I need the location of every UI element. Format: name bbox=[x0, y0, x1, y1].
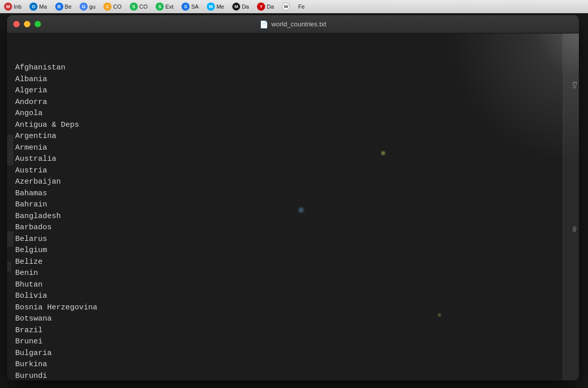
list-item: Azerbaijan bbox=[15, 177, 571, 188]
list-item: Australia bbox=[15, 154, 571, 165]
right-panel-text1: En bbox=[572, 82, 578, 88]
list-item: Benin bbox=[15, 268, 571, 279]
menubar-be[interactable]: B Be bbox=[51, 0, 76, 13]
close-button[interactable] bbox=[13, 21, 20, 27]
file-content-area[interactable]: En de AfghanistanAlbaniaAlgeriaAndorraAn… bbox=[7, 33, 579, 380]
list-item: Albania bbox=[15, 74, 571, 86]
file-icon: 📄 bbox=[260, 20, 268, 28]
menubar-ext[interactable]: S Ext bbox=[152, 0, 177, 13]
left-edge-panel bbox=[7, 135, 13, 165]
list-item: Andorra bbox=[15, 97, 571, 109]
titlebar: 📄 world_countries.txt bbox=[7, 15, 579, 33]
list-item: Angola bbox=[15, 108, 571, 120]
list-item: Bangladesh bbox=[15, 211, 571, 223]
list-item: Barbados bbox=[15, 222, 571, 234]
menubar-co1[interactable]: C CO bbox=[99, 0, 126, 13]
list-item: Belgium bbox=[15, 245, 571, 257]
menubar-da2[interactable]: Y Da bbox=[253, 0, 278, 13]
menubar-fe[interactable]: Fe bbox=[294, 0, 309, 13]
list-item: Bahrain bbox=[15, 199, 571, 211]
left-edge-panel3 bbox=[7, 262, 11, 272]
list-item: Bhutan bbox=[15, 279, 571, 291]
list-item: Belize bbox=[15, 257, 571, 268]
list-item: Burkina bbox=[15, 359, 571, 371]
menubar-gu[interactable]: G gu bbox=[76, 0, 99, 13]
minimize-button[interactable] bbox=[24, 21, 30, 27]
maximize-button[interactable] bbox=[34, 21, 41, 27]
menubar-co2[interactable]: S CO bbox=[126, 0, 152, 13]
list-item: Brunei bbox=[15, 336, 571, 348]
menubar-sa[interactable]: S SA bbox=[177, 0, 203, 13]
list-item: Antigua & Deps bbox=[15, 120, 571, 131]
menubar: M Inb O Ma B Be G gu C CO S CO S Ext S S… bbox=[0, 0, 588, 13]
list-item: Bahamas bbox=[15, 188, 571, 200]
list-item: Afghanistan bbox=[15, 62, 571, 74]
menubar-da[interactable]: M Da bbox=[228, 0, 253, 13]
traffic-lights bbox=[13, 21, 41, 27]
list-item: Bulgaria bbox=[15, 348, 571, 360]
window-title: 📄 world_countries.txt bbox=[260, 20, 326, 28]
list-item: Austria bbox=[15, 165, 571, 177]
list-item: Armenia bbox=[15, 143, 571, 154]
menubar-wiki[interactable]: W bbox=[278, 0, 294, 13]
list-item: Algeria bbox=[15, 85, 571, 97]
list-item: Belarus bbox=[15, 234, 571, 245]
menubar-inbox[interactable]: M Inb bbox=[0, 0, 25, 13]
list-item: Botswana bbox=[15, 313, 571, 325]
list-item: Bolivia bbox=[15, 291, 571, 302]
menubar-me[interactable]: M Me bbox=[203, 0, 228, 13]
list-item: Burundi bbox=[15, 371, 571, 381]
right-panel-text2: de bbox=[572, 226, 578, 232]
list-item: Brazil bbox=[15, 325, 571, 337]
countries-list: AfghanistanAlbaniaAlgeriaAndorraAngolaAn… bbox=[15, 38, 571, 380]
right-panel: En de bbox=[563, 33, 579, 380]
window-title-text: world_countries.txt bbox=[271, 20, 326, 28]
menubar-outlook[interactable]: O Ma bbox=[25, 0, 51, 13]
left-edge-panel2 bbox=[7, 231, 13, 246]
list-item: Bosnia Herzegovina bbox=[15, 302, 571, 314]
main-window: 📄 world_countries.txt En de AfghanistanA… bbox=[7, 15, 579, 380]
list-item: Argentina bbox=[15, 131, 571, 143]
